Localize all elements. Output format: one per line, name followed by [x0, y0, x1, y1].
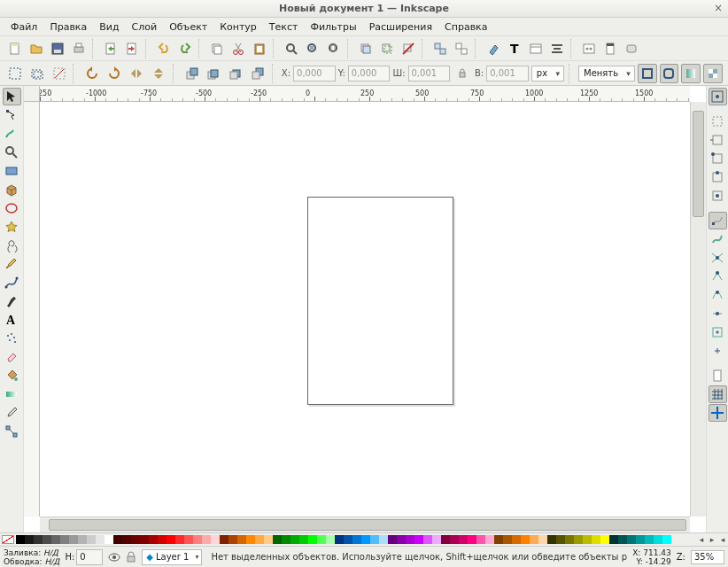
color-swatch[interactable]: [512, 535, 521, 544]
snap-bbox-midpoint-button[interactable]: [709, 168, 727, 186]
raise-button[interactable]: [204, 64, 223, 83]
fill-stroke-indicator[interactable]: Заливка: Н/Д Обводка: Н/Д: [4, 548, 59, 566]
color-swatch[interactable]: [228, 535, 237, 544]
color-swatch[interactable]: [406, 535, 414, 544]
color-swatch[interactable]: [521, 535, 530, 544]
new-button[interactable]: [5, 39, 25, 58]
color-swatch[interactable]: [78, 535, 87, 544]
color-swatch[interactable]: [69, 535, 78, 544]
color-swatch[interactable]: [476, 535, 485, 544]
duplicate-button[interactable]: [356, 39, 376, 58]
color-swatch[interactable]: [87, 535, 96, 544]
color-swatch[interactable]: [237, 535, 246, 544]
horizontal-scrollbar[interactable]: [40, 517, 690, 532]
raise-top-button[interactable]: [182, 64, 202, 83]
star-tool[interactable]: [3, 218, 21, 236]
color-swatch[interactable]: [96, 535, 105, 544]
xml-editor-button[interactable]: [526, 39, 546, 58]
calligraphy-tool[interactable]: [3, 292, 21, 310]
color-swatch[interactable]: [565, 535, 574, 544]
zoom-tool[interactable]: [3, 144, 21, 161]
color-swatch[interactable]: [654, 535, 662, 544]
ellipse-tool[interactable]: [3, 199, 21, 217]
menu-filters[interactable]: Фильтры: [305, 19, 361, 35]
close-icon[interactable]: ×: [714, 2, 723, 14]
color-swatch[interactable]: [485, 535, 494, 544]
units-dropdown[interactable]: px: [531, 66, 564, 82]
open-button[interactable]: [27, 39, 46, 58]
color-swatch[interactable]: [140, 535, 149, 544]
menu-file[interactable]: Файл: [5, 19, 43, 35]
layer-selector[interactable]: ◆Layer 1: [142, 549, 202, 565]
export-button[interactable]: [122, 39, 142, 58]
copy-button[interactable]: [207, 39, 227, 58]
tweak-tool[interactable]: [3, 125, 21, 143]
color-swatch[interactable]: [299, 535, 308, 544]
color-swatch[interactable]: [149, 535, 158, 544]
color-swatch[interactable]: [273, 535, 282, 544]
canvas[interactable]: -1250-1000-750-500-250025050075010001250…: [24, 86, 706, 532]
menu-edit[interactable]: Правка: [44, 19, 92, 35]
color-swatch[interactable]: [122, 535, 131, 544]
x-field[interactable]: 0,000: [293, 66, 336, 82]
menu-path[interactable]: Контур: [214, 19, 262, 35]
color-swatch[interactable]: [16, 535, 25, 544]
rectangle-tool[interactable]: [3, 162, 21, 180]
color-swatch[interactable]: [175, 535, 184, 544]
spray-tool[interactable]: [3, 330, 21, 347]
deselect-button[interactable]: [50, 64, 69, 83]
color-swatch[interactable]: [547, 535, 556, 544]
color-swatch[interactable]: [636, 535, 645, 544]
color-swatch[interactable]: [25, 535, 34, 544]
h-field[interactable]: 0,001: [486, 66, 529, 82]
color-swatch[interactable]: [105, 535, 113, 544]
selector-tool[interactable]: [3, 88, 21, 105]
color-swatch[interactable]: [503, 535, 512, 544]
snap-bbox-corner-button[interactable]: [709, 150, 727, 167]
pencil-tool[interactable]: [3, 255, 21, 273]
layer-lock-toggle[interactable]: [126, 551, 136, 563]
gradient-tool[interactable]: [3, 385, 21, 403]
no-color-swatch[interactable]: [2, 535, 14, 544]
color-swatch[interactable]: [255, 535, 264, 544]
color-swatch[interactable]: [662, 535, 671, 544]
node-tool[interactable]: [3, 106, 21, 124]
opacity-control[interactable]: Н: 0: [65, 549, 103, 565]
redo-button[interactable]: [175, 39, 195, 58]
zoom-field[interactable]: 35%: [691, 550, 724, 564]
palette-scroll-right[interactable]: ▸: [707, 535, 717, 544]
scale-stroke-button[interactable]: [638, 64, 657, 83]
menu-layer[interactable]: Слой: [127, 19, 163, 35]
color-swatch[interactable]: [397, 535, 406, 544]
scale-corners-button[interactable]: [660, 64, 679, 83]
vertical-scrollbar[interactable]: [690, 102, 706, 517]
color-swatch[interactable]: [574, 535, 583, 544]
snap-bbox-center-button[interactable]: [709, 187, 727, 205]
lock-aspect-button[interactable]: [453, 64, 472, 83]
color-swatch[interactable]: [317, 535, 326, 544]
color-swatch[interactable]: [388, 535, 397, 544]
color-swatch[interactable]: [43, 535, 51, 544]
zoom-selection-button[interactable]: [282, 39, 301, 58]
save-button[interactable]: [48, 39, 67, 58]
color-swatch[interactable]: [361, 535, 370, 544]
snap-guide-button[interactable]: [709, 404, 727, 422]
layer-visibility-toggle[interactable]: [108, 551, 120, 563]
color-swatch[interactable]: [184, 535, 193, 544]
dropper-tool[interactable]: [3, 404, 21, 422]
color-swatch[interactable]: [530, 535, 538, 544]
bucket-tool[interactable]: [3, 367, 21, 384]
print-button[interactable]: [69, 39, 89, 58]
zoom-page-button[interactable]: [324, 39, 344, 58]
color-swatch[interactable]: [583, 535, 592, 544]
fill-stroke-button[interactable]: [484, 39, 503, 58]
color-swatch[interactable]: [167, 535, 175, 544]
connector-tool[interactable]: [3, 423, 21, 440]
group-button[interactable]: [430, 39, 450, 58]
snap-path-button[interactable]: [709, 230, 727, 248]
color-swatch[interactable]: [264, 535, 273, 544]
color-swatch[interactable]: [158, 535, 167, 544]
paste-button[interactable]: [250, 39, 269, 58]
color-swatch[interactable]: [335, 535, 344, 544]
text-dialog-button[interactable]: T: [505, 39, 524, 58]
